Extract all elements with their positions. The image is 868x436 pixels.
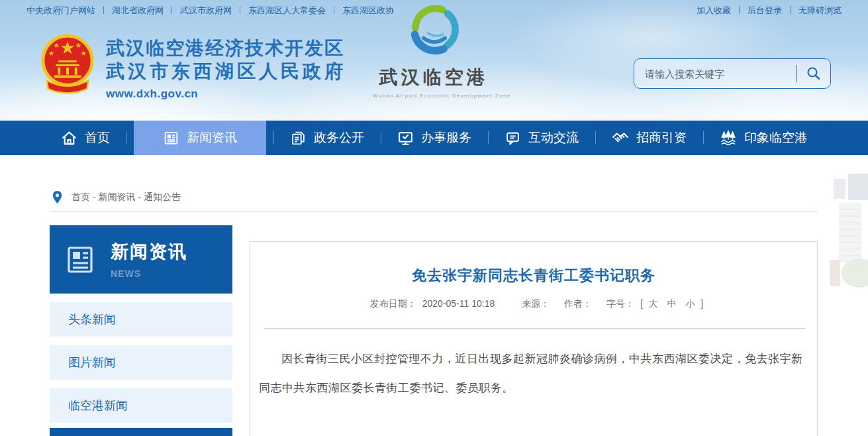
site-url: www.dxh.gov.cn bbox=[106, 87, 346, 101]
sidebar-item-partial[interactable] bbox=[50, 428, 232, 436]
article-meta: 发布日期：2020-05-11 10:18 来源： 作者： 字号：[ 大 中 小… bbox=[250, 298, 817, 310]
nav-item-impression[interactable]: 印象临空港 bbox=[710, 121, 816, 155]
news-section-icon bbox=[64, 243, 96, 277]
site-title-block[interactable]: 武汉临空港经济技术开发区 武汉市东西湖区人民政府 www.dxh.gov.cn bbox=[106, 36, 346, 101]
article-panel: 免去张宇新同志长青街工委书记职务 发布日期：2020-05-11 10:18 来… bbox=[250, 241, 818, 436]
search-icon bbox=[806, 66, 822, 82]
service-monitor-icon bbox=[397, 130, 414, 146]
breadcrumb-text: 首页 - 新闻资讯 - 通知公告 bbox=[72, 191, 181, 203]
nav-item-investment[interactable]: 招商引资 bbox=[603, 121, 696, 155]
search-input[interactable] bbox=[634, 59, 796, 88]
nav-separator bbox=[126, 131, 127, 144]
location-pin-icon bbox=[52, 190, 63, 205]
header-banner: 中央政府门户网站 湖北省政府网 武汉市政府网 东西湖区人大常委会 东西湖区政协 … bbox=[0, 0, 868, 121]
fontsize-bracket-open: [ bbox=[640, 298, 643, 309]
main-nav: 首页 新闻资讯 政务公开 办事服务 bbox=[0, 121, 868, 155]
site-title-line1: 武汉临空港经济技术开发区 bbox=[106, 36, 346, 60]
nav-item-label: 首页 bbox=[85, 129, 110, 146]
cityscape-watermark bbox=[830, 174, 868, 303]
sidebar-item-photo-news[interactable]: 图片新闻 bbox=[50, 345, 232, 380]
nav-item-label: 互动交流 bbox=[528, 129, 579, 146]
gov-doc-icon bbox=[290, 130, 307, 146]
scenery-trees-icon bbox=[720, 129, 737, 146]
nav-item-label: 新闻资讯 bbox=[187, 129, 237, 146]
sidebar-header: 新闻资讯 NEWS bbox=[50, 225, 232, 294]
topbar-link-district-npc[interactable]: 东西湖区人大常委会 bbox=[248, 5, 342, 17]
sidebar-subtitle: NEWS bbox=[111, 268, 187, 279]
brand-name-cn: 武汉临空港 bbox=[373, 65, 495, 90]
chat-bubble-icon bbox=[505, 130, 521, 146]
nav-separator bbox=[703, 131, 704, 144]
topbar-left-links: 中央政府门户网站 湖北省政府网 武汉市政府网 东西湖区人大常委会 东西湖区政协 bbox=[26, 5, 394, 17]
topbar-right-links: 加入收藏 后台登录 无障碍浏览 bbox=[697, 5, 842, 17]
fontsize-label: 字号： bbox=[606, 298, 634, 309]
publish-date-label: 发布日期： bbox=[370, 298, 416, 309]
topbar-link-admin-login[interactable]: 后台登录 bbox=[747, 5, 798, 17]
article-title: 免去张宇新同志长青街工委书记职务 bbox=[250, 266, 817, 286]
handshake-icon bbox=[612, 129, 629, 146]
topbar-link-accessibility[interactable]: 无障碍浏览 bbox=[798, 5, 842, 17]
search-box bbox=[634, 58, 831, 89]
search-button[interactable] bbox=[797, 59, 830, 88]
national-emblem-icon bbox=[38, 33, 97, 101]
home-icon bbox=[61, 130, 77, 146]
breadcrumb-divider bbox=[50, 211, 818, 212]
topbar-link-favorites[interactable]: 加入收藏 bbox=[697, 5, 747, 17]
brand-logo-block: 武汉临空港 Wuhan Airport Economic Development… bbox=[373, 5, 495, 99]
nav-item-label: 政务公开 bbox=[314, 129, 364, 146]
breadcrumb[interactable]: 首页 - 新闻资讯 - 通知公告 bbox=[52, 190, 181, 205]
fontsize-small-button[interactable]: 小 bbox=[685, 298, 695, 309]
author-label: 作者： bbox=[564, 298, 592, 309]
sidebar-news: 新闻资讯 NEWS 头条新闻 图片新闻 临空港新闻 bbox=[50, 225, 232, 436]
topbar-link-hubei-gov[interactable]: 湖北省政府网 bbox=[112, 5, 180, 17]
brand-name-en: Wuhan Airport Economic Development Zone bbox=[373, 93, 495, 99]
nav-separator bbox=[595, 131, 596, 144]
nav-separator bbox=[381, 131, 381, 144]
fontsize-medium-button[interactable]: 中 bbox=[667, 298, 677, 309]
nav-item-label: 招商引资 bbox=[636, 129, 687, 146]
nav-separator bbox=[273, 131, 274, 144]
sidebar-item-headline-news[interactable]: 头条新闻 bbox=[50, 302, 232, 337]
nav-item-label: 印象临空港 bbox=[744, 129, 807, 146]
nav-item-gov-info[interactable]: 政务公开 bbox=[281, 121, 373, 155]
sidebar-title-block: 新闻资讯 NEWS bbox=[111, 240, 187, 279]
nav-item-label: 办事服务 bbox=[421, 129, 471, 146]
swirl-logo-icon bbox=[406, 5, 461, 58]
fontsize-bracket-close: ] bbox=[700, 298, 703, 309]
nav-item-services[interactable]: 办事服务 bbox=[388, 121, 481, 155]
nav-item-home[interactable]: 首页 bbox=[52, 121, 119, 155]
nav-separator bbox=[488, 131, 489, 144]
source-label: 来源： bbox=[522, 298, 550, 309]
sidebar-title: 新闻资讯 bbox=[111, 240, 187, 264]
topbar-link-central-gov[interactable]: 中央政府门户网站 bbox=[26, 5, 112, 17]
publish-date-value: 2020-05-11 10:18 bbox=[422, 298, 495, 309]
nav-item-interaction[interactable]: 互动交流 bbox=[495, 121, 588, 155]
article-divider bbox=[264, 328, 805, 329]
sidebar-item-airport-zone-news[interactable]: 临空港新闻 bbox=[50, 388, 232, 423]
fontsize-large-button[interactable]: 大 bbox=[649, 298, 658, 309]
news-icon bbox=[163, 130, 179, 146]
article-body: 因长青街三民小区封控管理不力，近日出现多起新冠肺炎确诊病例，中共东西湖区委决定，… bbox=[259, 345, 806, 403]
site-title-line2: 武汉市东西湖区人民政府 bbox=[106, 60, 346, 83]
nav-item-news[interactable]: 新闻资讯 bbox=[134, 121, 266, 155]
topbar-link-wuhan-gov[interactable]: 武汉市政府网 bbox=[180, 5, 248, 17]
